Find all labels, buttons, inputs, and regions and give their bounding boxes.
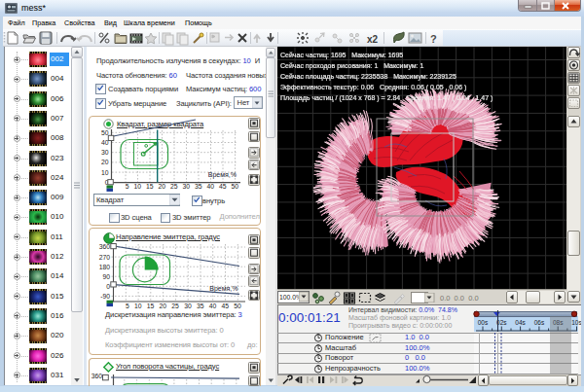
svg-text:00s: 00s [478, 319, 489, 326]
svg-text:180: 180 [99, 264, 111, 270]
svg-text:40: 40 [206, 183, 214, 190]
svg-text:360: 360 [99, 243, 111, 250]
svg-text:30: 30 [182, 183, 190, 190]
svg-text:25: 25 [170, 183, 178, 190]
svg-text:x2: x2 [367, 34, 379, 45]
svg-text:25: 25 [171, 303, 179, 309]
svg-text:50: 50 [101, 129, 109, 136]
svg-text:45: 45 [221, 303, 229, 309]
svg-text:10s: 10s [571, 319, 581, 326]
svg-text:04s: 04s [515, 319, 526, 326]
svg-text:Время,%: Время,% [208, 171, 237, 179]
svg-text:10: 10 [101, 169, 109, 176]
svg-text:50: 50 [231, 183, 238, 190]
svg-text:40: 40 [209, 303, 217, 309]
svg-text:20: 20 [158, 183, 165, 190]
svg-text:Сейчас проходов рисования: 1: Сейчас проходов рисования: 1 Максимум: 1 [280, 62, 424, 70]
svg-text:10: 10 [134, 303, 142, 309]
svg-text:30: 30 [184, 303, 192, 309]
svg-text:270: 270 [99, 254, 111, 261]
svg-text:Эффективность текстур: 0.06: Эффективность текстур: 0.06 Средняя: 0.0… [280, 84, 466, 91]
svg-text:15: 15 [147, 303, 155, 309]
svg-text:Сейчас площадь частиц: 2235538: Сейчас площадь частиц: 2235538 Максимум:… [280, 73, 456, 81]
svg-text:10: 10 [133, 183, 141, 190]
svg-text:-90: -90 [100, 293, 110, 300]
svg-text:45: 45 [219, 183, 227, 190]
svg-text:40: 40 [101, 139, 109, 146]
svg-text:0: 0 [106, 283, 110, 290]
svg-text:?: ? [430, 33, 437, 45]
svg-text:20: 20 [160, 303, 167, 309]
svg-text:Площадь частиц / (1024 x 768 ): Площадь частиц / (1024 x 768 ) = 2.84 Ср… [280, 94, 493, 102]
svg-text:Сейчас частиц: 1695 Максимум: Сейчас частиц: 1695 Максимум: 1695 [280, 52, 403, 59]
svg-text:35: 35 [195, 183, 202, 190]
svg-text:35: 35 [197, 303, 204, 309]
svg-text:5: 5 [126, 303, 129, 309]
svg-text:30: 30 [101, 149, 109, 156]
svg-text:Время,%: Время,% [209, 285, 237, 293]
svg-text:5: 5 [126, 183, 129, 190]
svg-text:06s: 06s [534, 319, 545, 326]
svg-text:15: 15 [146, 183, 154, 190]
svg-text:20: 20 [101, 159, 109, 165]
svg-text:90: 90 [102, 273, 110, 280]
svg-text:50: 50 [234, 303, 241, 309]
svg-text:360: 360 [91, 373, 103, 379]
